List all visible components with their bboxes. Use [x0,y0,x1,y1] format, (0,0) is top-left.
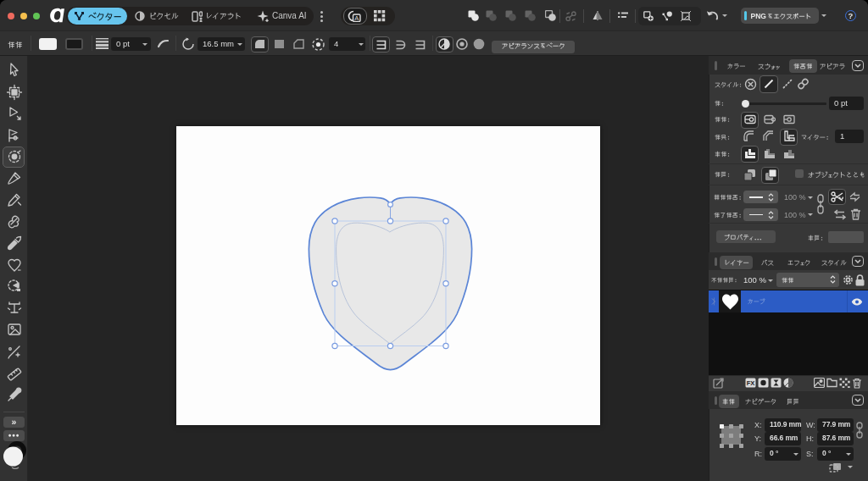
svg-text:FX: FX [747,379,755,387]
